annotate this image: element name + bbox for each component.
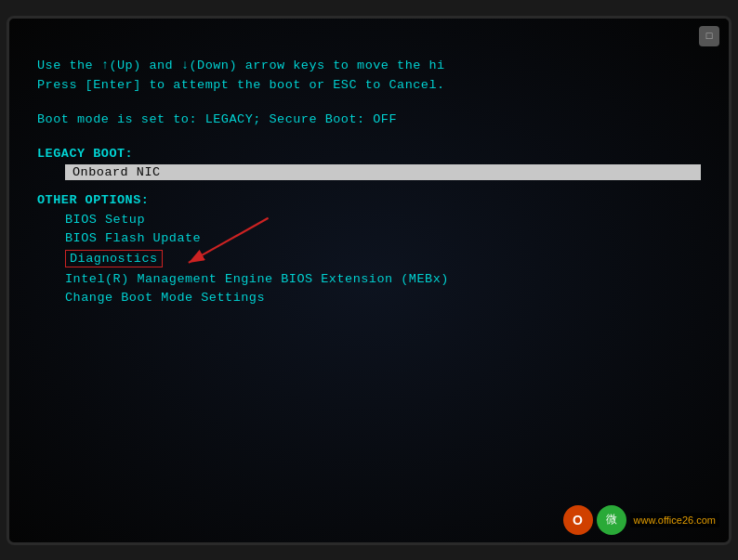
watermark-url: www.office26.com <box>630 513 719 527</box>
watermark-block: O 微 www.office26.com <box>563 505 719 535</box>
office-icon: O <box>563 505 593 535</box>
instruction-line2: Press [Enter] to attempt the boot or ESC… <box>37 75 701 96</box>
instruction-line1: Use the ↑(Up) and ↓(Down) arrow keys to … <box>37 56 701 76</box>
corner-icon: □ <box>706 31 713 42</box>
bios-screen: □ Use the ↑(Up) and ↓(Down) arrow keys t… <box>7 16 731 545</box>
menu-item-change-boot-mode[interactable]: Change Boot Mode Settings <box>65 291 701 305</box>
diagnostics-label: Diagnostics <box>65 250 163 267</box>
legacy-boot-label: LEGACY BOOT: <box>37 147 701 161</box>
corner-button[interactable]: □ <box>699 26 719 46</box>
weixin-icon: 微 <box>597 505 626 535</box>
menu-item-bios-flash[interactable]: BIOS Flash Update <box>65 231 701 245</box>
other-options-label: OTHER OPTIONS: <box>37 193 701 207</box>
boot-mode-label: Boot mode is set to: LEGACY; Secure Boot… <box>37 112 701 126</box>
bios-content: Use the ↑(Up) and ↓(Down) arrow keys to … <box>37 56 701 514</box>
menu-item-bios-setup[interactable]: BIOS Setup <box>65 213 701 227</box>
legacy-boot-selected[interactable]: Onboard NIC <box>65 164 701 180</box>
menu-item-diagnostics[interactable]: Diagnostics <box>65 250 701 267</box>
menu-item-mebx[interactable]: Intel(R) Management Engine BIOS Extensio… <box>65 272 701 286</box>
instruction-block: Use the ↑(Up) and ↓(Down) arrow keys to … <box>37 56 701 96</box>
